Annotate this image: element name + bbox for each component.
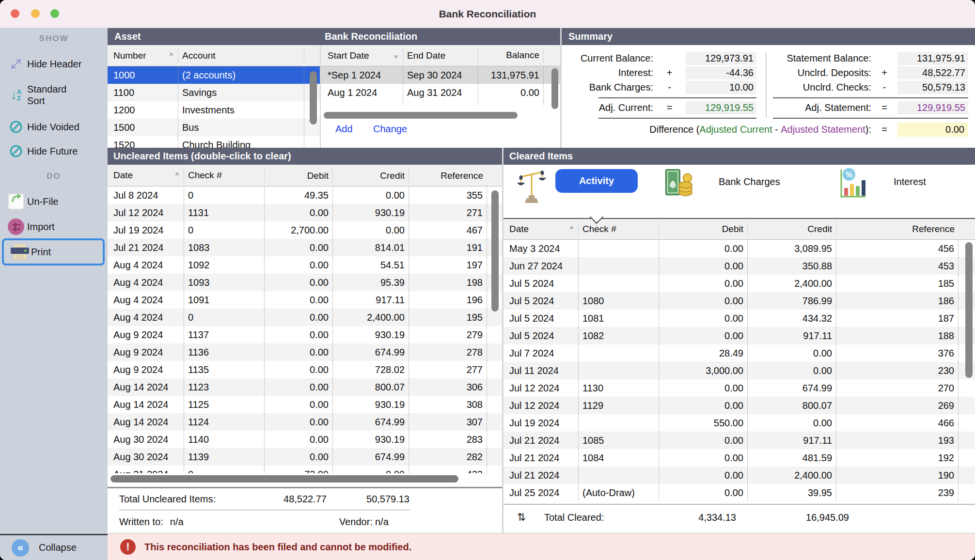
cell-reference: 283 (409, 431, 487, 448)
sort-az-icon: ↓ AZ (5, 88, 27, 103)
table-row[interactable]: Aug 30 2024 1140 0.00 930.19 283 (108, 431, 502, 448)
table-row[interactable]: Jul 25 2024 (Auto-Draw) 0.00 39.95 239 (503, 484, 975, 501)
table-row[interactable]: Aug 9 2024 1137 0.00 930.19 279 (108, 326, 502, 343)
cell-credit: 2,400.00 (748, 467, 836, 484)
column-header-end-date[interactable]: End Date (403, 48, 478, 62)
change-link[interactable]: Change (373, 124, 407, 135)
cell-reference: 186 (836, 292, 959, 310)
column-header-credit[interactable]: Credit (333, 168, 409, 183)
table-row[interactable]: Aug 31 2024 0 73.00 0.00 433 (108, 466, 502, 473)
table-row[interactable]: Aug 14 2024 1123 0.00 800.07 306 (108, 378, 502, 396)
import-icon (5, 218, 27, 235)
bankrec-horizontal-scrollbar[interactable] (324, 112, 518, 119)
column-header-reference[interactable]: Reference (409, 168, 487, 183)
table-row[interactable]: Jul 8 2024 0 49.35 0.00 355 (108, 187, 502, 204)
cell-debit: 2,700.00 (265, 221, 333, 239)
cell-check: 1083 (184, 239, 265, 256)
bankrec-row-selected[interactable]: *Sep 1 2024 Sep 30 2024 131,975.91 (321, 66, 560, 84)
table-row[interactable]: Aug 4 2024 1093 0.00 95.39 198 (108, 274, 502, 291)
table-row[interactable]: Aug 14 2024 1125 0.00 930.19 308 (108, 396, 502, 413)
column-header-number[interactable]: Number ^ (108, 48, 178, 62)
column-header-debit[interactable]: Debit (659, 222, 748, 236)
table-row[interactable]: Jul 21 2024 0.00 2,400.00 190 (503, 467, 975, 484)
column-header-account[interactable]: Account (178, 48, 304, 62)
table-row[interactable]: Jul 7 2024 28.49 0.00 376 (503, 344, 975, 362)
column-header-date[interactable]: Date ^ (503, 222, 579, 236)
cell-reference: 456 (836, 240, 959, 257)
cell-credit: 800.07 (333, 378, 409, 396)
table-row[interactable]: Jul 21 2024 1084 0.00 481.59 192 (503, 449, 975, 467)
column-header-balance[interactable]: Balance (478, 48, 544, 62)
tab-activity[interactable]: Activity (555, 169, 638, 193)
uncleared-written-divider (119, 510, 410, 510)
table-row[interactable]: Aug 4 2024 1091 0.00 917.11 196 (108, 291, 502, 309)
table-row[interactable]: Jul 5 2024 1081 0.00 434.32 187 (503, 310, 975, 327)
uncleared-horizontal-scrollbar[interactable] (110, 475, 458, 482)
uncleared-vertical-scrollbar[interactable] (491, 190, 499, 311)
tab-bank-charges[interactable]: Bank Charges (719, 176, 780, 187)
table-row[interactable]: Aug 14 2024 1124 0.00 674.99 307 (108, 413, 502, 431)
table-row[interactable]: Jul 21 2024 1083 0.00 814.01 191 (108, 239, 502, 256)
sidebar-item-un-file[interactable]: Un-File (0, 190, 108, 213)
table-row[interactable]: Jul 5 2024 1080 0.00 786.99 186 (503, 292, 975, 310)
table-row[interactable]: Jul 11 2024 3,000.00 0.00 230 (503, 362, 975, 379)
table-row[interactable]: Aug 4 2024 0 0.00 2,400.00 195 (108, 309, 502, 326)
table-row[interactable]: Jul 19 2024 550.00 0.00 466 (503, 414, 975, 432)
cell-credit: 95.39 (333, 274, 409, 291)
table-row[interactable]: May 3 2024 0.00 3,089.95 456 (503, 240, 975, 257)
sidebar-item-label: Un-File (27, 196, 58, 207)
sidebar-item-hide-header[interactable]: Hide Header (0, 52, 108, 76)
tab-interest[interactable]: Interest (894, 176, 926, 187)
cell-reference: 196 (409, 291, 487, 309)
column-header-debit[interactable]: Debit (265, 168, 333, 183)
asset-row-selected[interactable]: 1000 (2 accounts) (108, 66, 320, 84)
collapse-button[interactable]: « Collapse (0, 534, 108, 560)
cleared-vertical-scrollbar[interactable] (965, 242, 973, 378)
cell-date: Aug 14 2024 (108, 413, 184, 431)
asset-row[interactable]: 1200 Investments (108, 101, 320, 119)
cell-date: Jun 27 2024 (503, 257, 579, 275)
cell-check: (Auto-Draw) (579, 484, 659, 501)
asset-row[interactable]: 1520 Church Building (108, 136, 320, 148)
column-header-reference[interactable]: Reference (836, 222, 959, 236)
column-header-credit[interactable]: Credit (748, 222, 836, 236)
table-row[interactable]: Aug 9 2024 1135 0.00 728.02 277 (108, 361, 502, 378)
sidebar-item-hide-voided[interactable]: Hide Voided (0, 115, 108, 139)
column-header-date[interactable]: Date ^ (108, 168, 184, 183)
asset-vertical-scrollbar[interactable] (310, 71, 317, 124)
sidebar-item-print[interactable]: Print (2, 238, 105, 265)
table-row[interactable]: Jun 27 2024 0.00 350.88 453 (503, 257, 975, 275)
sidebar-item-import[interactable]: Import (0, 215, 108, 238)
table-row[interactable]: Jul 19 2024 0 2,700.00 0.00 467 (108, 221, 502, 239)
table-row[interactable]: Aug 4 2024 1092 0.00 54.51 197 (108, 256, 502, 274)
bankrec-row[interactable]: Aug 1 2024 Aug 31 2024 0.00 (321, 84, 560, 101)
sidebar-item-standard-sort[interactable]: ↓ AZ Standard Sort (0, 78, 108, 112)
bankrec-vertical-scrollbar[interactable] (551, 68, 558, 109)
table-row[interactable]: Jul 12 2024 1129 0.00 800.07 269 (503, 397, 975, 414)
sidebar-item-hide-future[interactable]: Hide Future (0, 140, 108, 163)
add-link[interactable]: Add (335, 124, 353, 135)
summary-column-divider (766, 52, 767, 118)
minimize-button[interactable] (31, 9, 40, 18)
table-row[interactable]: Aug 9 2024 1136 0.00 674.99 278 (108, 343, 502, 361)
asset-row[interactable]: 1100 Savings (108, 84, 320, 101)
asset-row[interactable]: 1500 Bus (108, 119, 320, 136)
column-header-check[interactable]: Check # (579, 222, 659, 236)
table-row[interactable]: Jul 12 2024 1131 0.00 930.19 271 (108, 204, 502, 221)
table-row[interactable]: Jul 12 2024 1130 0.00 674.99 270 (503, 379, 975, 397)
column-header-check[interactable]: Check # (184, 168, 265, 183)
cell-date: Aug 31 2024 (108, 466, 184, 473)
cell-reference: 279 (409, 326, 487, 343)
table-row[interactable]: Jul 5 2024 0.00 2,400.00 185 (503, 275, 975, 292)
table-row[interactable]: Aug 30 2024 1139 0.00 674.99 282 (108, 448, 502, 466)
cell-check: 0 (184, 221, 265, 239)
cleared-column-headers: Date ^ Check # Debit Credit Reference (503, 219, 975, 240)
close-button[interactable] (11, 9, 19, 18)
cell-credit: 917.11 (748, 432, 836, 449)
table-row[interactable]: Jul 5 2024 1082 0.00 917.11 188 (503, 327, 975, 344)
cell-check: 1082 (579, 327, 659, 344)
cell-date: Aug 14 2024 (108, 396, 184, 413)
table-row[interactable]: Jul 21 2024 1085 0.00 917.11 193 (503, 432, 975, 449)
column-header-start-date[interactable]: Start Date ^ (321, 48, 403, 62)
zoom-button[interactable] (50, 9, 59, 18)
